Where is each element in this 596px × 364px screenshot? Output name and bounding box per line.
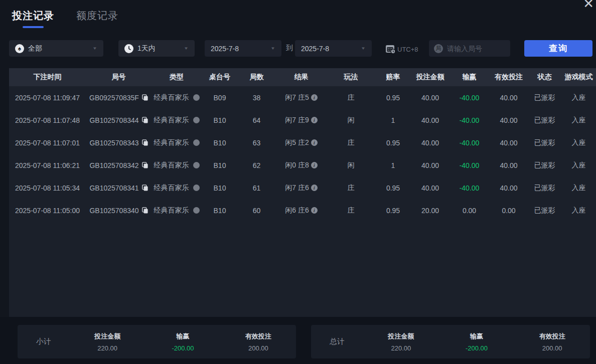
cell-result: 闲7 庄5 i bbox=[275, 93, 327, 102]
summary-strip: 小计 投注金额 220.00 输赢 -200.00 有效投注 200.00 总计… bbox=[0, 317, 596, 364]
game-type-text: 经典百家乐 bbox=[154, 116, 189, 125]
cell-bet-amount: 40.00 bbox=[411, 184, 449, 192]
info-icon[interactable]: i bbox=[311, 207, 318, 214]
cell-round-id: GB1025708342 bbox=[86, 161, 152, 169]
game-icon bbox=[193, 117, 200, 123]
game-type-value: 全部 bbox=[28, 44, 42, 53]
subtotal-card: 小计 投注金额 220.00 输赢 -200.00 有效投注 200.00 bbox=[18, 325, 296, 358]
date-to-value: 2025-7-8 bbox=[301, 45, 329, 53]
table-row: 2025-07-08 11:05:34 GB1025708341 经典百家乐 B… bbox=[9, 176, 596, 199]
cell-valid-bet: 40.00 bbox=[490, 139, 528, 147]
result-text: 闲7 庄9 bbox=[285, 116, 309, 125]
copy-icon[interactable] bbox=[142, 94, 148, 101]
round-id-text: GB1025708342 bbox=[89, 161, 138, 169]
timezone-label: UTC+8 bbox=[397, 46, 418, 53]
round-search-field: 局 bbox=[429, 40, 510, 57]
game-type-select[interactable]: ♠ 全部 ▼ bbox=[9, 40, 103, 57]
cell-win-loss: -40.00 bbox=[449, 94, 490, 102]
cell-odds: 0.95 bbox=[375, 139, 411, 147]
copy-icon[interactable] bbox=[142, 162, 148, 168]
copy-icon[interactable] bbox=[142, 117, 148, 123]
copy-icon[interactable] bbox=[142, 207, 148, 214]
cell-win-loss: -40.00 bbox=[449, 139, 490, 147]
spade-icon: ♠ bbox=[15, 44, 24, 53]
info-icon[interactable]: i bbox=[311, 94, 318, 101]
cell-win-loss: -40.00 bbox=[449, 184, 490, 192]
query-button[interactable]: 查询 bbox=[524, 40, 592, 57]
cell-win-loss: 0.00 bbox=[449, 207, 490, 215]
cell-game-type: 经典百家乐 bbox=[152, 138, 202, 147]
cell-table-no: B10 bbox=[202, 116, 238, 124]
date-to-select[interactable]: 2025-7-8 ▼ bbox=[295, 40, 372, 57]
info-icon[interactable]: i bbox=[311, 162, 318, 168]
time-range-select[interactable]: 1天内 ▼ bbox=[118, 40, 195, 57]
tab-quota-records[interactable]: 额度记录 bbox=[76, 9, 118, 28]
copy-icon[interactable] bbox=[142, 139, 148, 146]
cell-game-type: 经典百家乐 bbox=[152, 93, 202, 102]
close-icon[interactable]: ✕ bbox=[583, 0, 594, 12]
info-icon[interactable]: i bbox=[311, 139, 318, 146]
filter-bar: ♠ 全部 ▼ 1天内 ▼ 2025-7-8 ▼ 到 2025-7-8 ▼ UTC… bbox=[0, 40, 596, 57]
subtotal-valid-bet: 有效投注 200.00 bbox=[221, 332, 296, 352]
timezone-indicator: UTC+8 bbox=[384, 43, 418, 56]
cell-valid-bet: 40.00 bbox=[490, 184, 528, 192]
cell-bet-time: 2025-07-08 11:05:34 bbox=[9, 184, 86, 192]
cell-game-mode: 入座 bbox=[561, 93, 596, 102]
info-icon[interactable]: i bbox=[311, 117, 318, 123]
cell-result: 闲6 庄6 i bbox=[275, 206, 327, 215]
cell-play: 庄 bbox=[327, 184, 375, 193]
cell-status: 已派彩 bbox=[528, 161, 561, 170]
cell-round-no: 62 bbox=[238, 161, 275, 169]
cell-round-id: GB1025708340 bbox=[86, 207, 152, 215]
cell-game-type: 经典百家乐 bbox=[152, 161, 202, 170]
round-search-input[interactable] bbox=[447, 45, 502, 53]
subtotal-label: 小计 bbox=[18, 337, 70, 346]
table-row: 2025-07-08 11:05:00 GB1025708340 经典百家乐 B… bbox=[9, 199, 596, 222]
subtotal-win-loss: 输赢 -200.00 bbox=[145, 332, 220, 352]
cell-valid-bet: 40.00 bbox=[490, 161, 528, 169]
cell-round-id: GB1025708343 bbox=[86, 139, 152, 147]
cell-result: 闲7 庄9 i bbox=[275, 116, 327, 125]
result-text: 闲6 庄6 bbox=[285, 206, 309, 215]
chevron-down-icon: ▼ bbox=[361, 46, 366, 51]
clock-icon bbox=[124, 44, 133, 53]
cell-bet-amount: 40.00 bbox=[411, 161, 449, 169]
cell-bet-amount: 20.00 bbox=[411, 207, 449, 215]
total-label: 总计 bbox=[311, 337, 363, 346]
cell-play: 庄 bbox=[327, 206, 375, 215]
cell-odds: 0.95 bbox=[375, 184, 411, 192]
subtotal-bet-amount: 投注金额 220.00 bbox=[70, 332, 145, 352]
header-result: 结果 bbox=[275, 73, 327, 82]
cell-valid-bet: 40.00 bbox=[490, 94, 528, 102]
header-bet-amount: 投注金额 bbox=[411, 73, 449, 82]
total-card: 总计 投注金额 220.00 输赢 -200.00 有效投注 200.00 bbox=[311, 325, 590, 358]
cell-status: 已派彩 bbox=[528, 93, 561, 102]
calendar-clock-icon bbox=[384, 43, 396, 56]
cell-round-no: 60 bbox=[238, 207, 275, 215]
chevron-down-icon: ▼ bbox=[270, 46, 275, 51]
date-from-select[interactable]: 2025-7-8 ▼ bbox=[205, 40, 281, 57]
date-from-value: 2025-7-8 bbox=[211, 45, 239, 53]
cell-play: 闲 bbox=[327, 116, 375, 125]
result-text: 闲7 庄5 bbox=[285, 93, 309, 102]
cell-result: 闲0 庄8 i bbox=[275, 161, 327, 170]
game-type-text: 经典百家乐 bbox=[154, 206, 189, 215]
header-play: 玩法 bbox=[327, 73, 375, 82]
cell-round-no: 38 bbox=[238, 94, 275, 102]
cell-status: 已派彩 bbox=[528, 206, 561, 215]
game-type-text: 经典百家乐 bbox=[154, 138, 189, 147]
copy-icon[interactable] bbox=[142, 185, 148, 191]
table-row: 2025-07-08 11:06:21 GB1025708342 经典百家乐 B… bbox=[9, 154, 596, 176]
tab-betting-records[interactable]: 投注记录 bbox=[12, 9, 54, 28]
cell-odds: 1 bbox=[375, 116, 411, 124]
info-icon[interactable]: i bbox=[311, 185, 318, 191]
game-icon bbox=[193, 94, 200, 101]
tab-bar: 投注记录 额度记录 bbox=[12, 9, 118, 28]
result-text: 闲0 庄8 bbox=[285, 161, 309, 170]
table-header-row: 下注时间 局号 类型 桌台号 局数 结果 玩法 赔率 投注金额 输赢 有效投注 … bbox=[9, 68, 596, 86]
header-table-no: 桌台号 bbox=[202, 73, 238, 82]
game-type-text: 经典百家乐 bbox=[154, 93, 189, 102]
cell-play: 庄 bbox=[327, 93, 375, 102]
records-table: 下注时间 局号 类型 桌台号 局数 结果 玩法 赔率 投注金额 输赢 有效投注 … bbox=[9, 68, 596, 317]
cell-round-no: 63 bbox=[238, 139, 275, 147]
